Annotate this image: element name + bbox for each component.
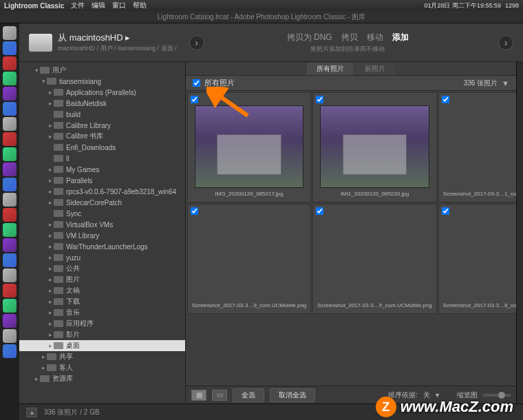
- tree-row[interactable]: ▸音乐: [19, 307, 185, 318]
- tree-row[interactable]: ▸Calibre Library: [19, 120, 185, 131]
- tree-row[interactable]: ▸桌面: [19, 340, 185, 351]
- mode-add[interactable]: 添加: [392, 32, 409, 42]
- mode-copy-dng[interactable]: 拷贝为 DNG: [287, 32, 332, 42]
- dock-icon[interactable]: [3, 253, 17, 267]
- tree-row[interactable]: Enfi_Downloads: [19, 142, 185, 153]
- app-name[interactable]: Lightroom Classic: [4, 2, 64, 10]
- thumb-filename: Screenshot_2017-03-3…9_com.UCMobile.png: [191, 302, 308, 311]
- tab-new-photos[interactable]: 新照片: [355, 63, 395, 75]
- tab-all-photos[interactable]: 所有照片: [307, 63, 354, 75]
- folder-icon: [47, 353, 56, 360]
- deselect-all-button[interactable]: 取消全选: [270, 388, 315, 402]
- folder-icon: [54, 177, 63, 184]
- collapse-icon[interactable]: ▼: [502, 79, 509, 87]
- loupe-view-button[interactable]: ▭: [212, 390, 227, 401]
- thumb-checkbox[interactable]: [191, 207, 198, 215]
- dock-icon[interactable]: [3, 299, 17, 313]
- footer-toggle-button[interactable]: ▴: [26, 408, 37, 417]
- thumbnail-cell[interactable]: Screenshot_2017-03-3…8_com.UCMobile.png: [438, 204, 516, 314]
- tree-row[interactable]: ▸Applications (Parallels): [19, 87, 185, 98]
- folder-icon: [54, 298, 63, 305]
- thumb-checkbox[interactable]: [316, 96, 323, 103]
- dock-icon[interactable]: [3, 223, 17, 237]
- dock-icon[interactable]: [3, 72, 17, 85]
- thumb-size-slider[interactable]: [483, 394, 511, 397]
- folder-icon: [54, 221, 63, 228]
- thumbnail-cell[interactable]: IMG_20200120_085220.jpg: [312, 92, 436, 202]
- select-all-checkbox[interactable]: [193, 79, 200, 87]
- dock-icon[interactable]: [3, 117, 17, 131]
- folder-icon: [54, 100, 63, 107]
- source-drive[interactable]: macintoshHD: [70, 32, 123, 43]
- thumbnail-cell[interactable]: IMG_20200120_085217.jpg: [187, 92, 311, 202]
- select-all-button[interactable]: 全选: [233, 388, 264, 402]
- tree-row[interactable]: ▸VirtualBox VMs: [19, 219, 185, 230]
- dock-icon[interactable]: [3, 178, 17, 191]
- tree-row[interactable]: ▸yuzu: [19, 252, 185, 263]
- tree-row[interactable]: ▾用户: [19, 65, 185, 76]
- macos-menubar: Lightroom Classic 文件 编辑 窗口 帮助 01月28日 周二下…: [0, 0, 523, 11]
- dock-icon[interactable]: [3, 132, 17, 146]
- folder-label: 影片: [66, 330, 80, 339]
- dock-icon[interactable]: [3, 329, 17, 343]
- menu-file[interactable]: 文件: [71, 1, 85, 10]
- dock-icon[interactable]: [3, 162, 17, 176]
- folder-label: BaiduNetdisk: [66, 100, 107, 107]
- tree-row[interactable]: ▸图片: [19, 274, 185, 285]
- tree-row[interactable]: ▸公共: [19, 263, 185, 274]
- dock-icon[interactable]: [3, 238, 17, 252]
- tree-row[interactable]: ll: [19, 153, 185, 164]
- thumbnail-grid: IMG_20200120_085217.jpg IMG_20200120_085…: [186, 91, 516, 386]
- tree-row[interactable]: ▸资源库: [19, 373, 185, 384]
- folder-label: SidecarCorePatch: [66, 199, 122, 207]
- dock-icon[interactable]: [3, 41, 17, 55]
- thumb-checkbox[interactable]: [316, 207, 323, 215]
- tree-row[interactable]: ▸rpcs3-v0.0.6-7907-a9eb3218_win64: [19, 186, 185, 197]
- menu-window[interactable]: 窗口: [112, 1, 126, 10]
- thumbnail-cell[interactable]: Screenshot_2017-03-3…5_com.UCMobile.png: [312, 204, 436, 314]
- thumbnail-cell[interactable]: Screenshot_2017-03-3…9_com.UCMobile.png: [187, 204, 311, 314]
- tree-row[interactable]: ▸影片: [19, 329, 185, 340]
- folder-label: Calibre Library: [66, 122, 111, 129]
- menu-help[interactable]: 帮助: [133, 1, 147, 10]
- dest-expand-button[interactable]: [498, 35, 513, 50]
- folder-label: VM Library: [66, 232, 99, 240]
- dock-icon[interactable]: [3, 102, 17, 116]
- grid-view-button[interactable]: ▦: [191, 390, 206, 401]
- tree-row[interactable]: ▸共享: [19, 351, 185, 362]
- thumbnail-cell[interactable]: Screenshot_2017-03-3…1_com.UCMobile.png: [438, 92, 516, 202]
- tree-row[interactable]: ▸WarThunderLauncherLogs: [19, 241, 185, 252]
- tree-row[interactable]: build: [19, 109, 185, 120]
- tree-row[interactable]: ▸BaiduNetdisk: [19, 98, 185, 109]
- source-expand-button[interactable]: [189, 35, 204, 50]
- tree-row[interactable]: ▾tiansemixiang: [19, 76, 185, 87]
- right-panel-collapsed[interactable]: [516, 62, 523, 403]
- thumb-checkbox[interactable]: [442, 96, 449, 103]
- mode-copy[interactable]: 拷贝: [341, 32, 358, 42]
- folder-tree[interactable]: ▾用户▾tiansemixiang▸Applications (Parallel…: [19, 62, 186, 403]
- tree-row[interactable]: ▸Parallels: [19, 175, 185, 186]
- dock-icon[interactable]: [3, 284, 17, 297]
- dock-icon[interactable]: [3, 147, 17, 161]
- tree-row[interactable]: ▸Calibre 书库: [19, 131, 185, 142]
- dock-icon[interactable]: [3, 87, 17, 101]
- dock-icon[interactable]: [3, 26, 17, 40]
- thumb-checkbox[interactable]: [442, 207, 449, 215]
- tree-row[interactable]: ▸SidecarCorePatch: [19, 197, 185, 208]
- tree-row[interactable]: ▸文稿: [19, 285, 185, 296]
- tree-row[interactable]: ▸My Games: [19, 164, 185, 175]
- tree-row[interactable]: Sync: [19, 208, 185, 219]
- dock-icon[interactable]: [3, 344, 17, 358]
- tree-row[interactable]: ▸应用程序: [19, 318, 185, 329]
- dock-icon[interactable]: [3, 56, 17, 70]
- dock-icon[interactable]: [3, 314, 17, 328]
- dock-icon[interactable]: [3, 193, 17, 207]
- tree-row[interactable]: ▸下载: [19, 296, 185, 307]
- thumb-checkbox[interactable]: [191, 96, 198, 103]
- menu-edit[interactable]: 编辑: [92, 1, 105, 10]
- tree-row[interactable]: ▸客人: [19, 362, 185, 373]
- dock-icon[interactable]: [3, 269, 17, 282]
- dock-icon[interactable]: [3, 208, 17, 222]
- tree-row[interactable]: ▸VM Library: [19, 230, 185, 241]
- mode-move[interactable]: 移动: [367, 32, 383, 42]
